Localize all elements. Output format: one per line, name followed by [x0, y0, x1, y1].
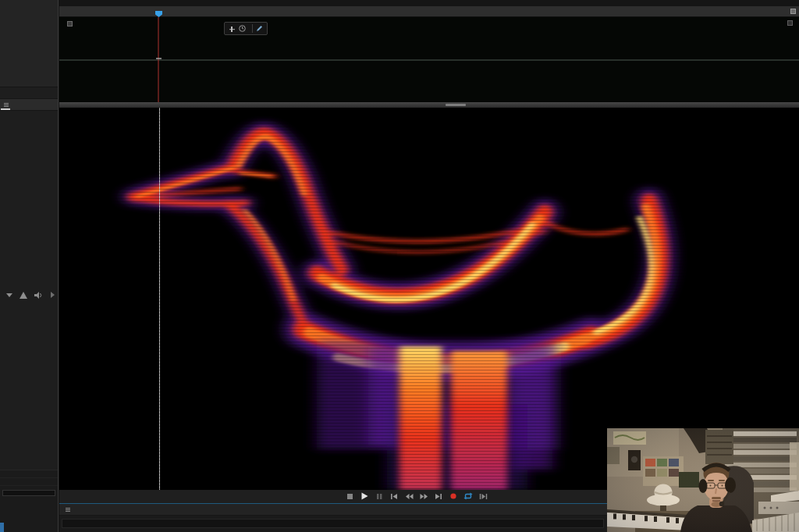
playhead-grab-tick	[156, 58, 162, 59]
audition-app-window	[0, 0, 799, 532]
skip-to-end-button[interactable]	[434, 491, 443, 501]
levels-menu-icon[interactable]	[66, 508, 70, 512]
tab-diagnostics[interactable]	[11, 99, 16, 110]
dock-tab-bar	[0, 98, 58, 111]
clock-icon	[239, 25, 246, 32]
meter-row	[0, 470, 58, 478]
transport-buttons	[345, 491, 488, 501]
skip-to-start-button[interactable]	[389, 491, 399, 501]
loop-button[interactable]	[463, 491, 473, 501]
speaker-icon[interactable]	[34, 292, 43, 299]
spectrogram-playhead	[159, 108, 160, 490]
playhead-handle[interactable]	[155, 11, 162, 17]
meter-row	[0, 478, 58, 486]
dock-meter-panel	[0, 470, 58, 532]
left-dock-panel	[0, 0, 59, 532]
rewind-button[interactable]	[404, 491, 414, 501]
webcam-video	[607, 428, 799, 532]
ruler-menu-icon[interactable]	[790, 9, 796, 14]
waveform-canvas	[59, 17, 799, 102]
editor-top-strip	[59, 0, 799, 6]
fast-forward-button[interactable]	[419, 491, 428, 501]
hud-separator	[252, 24, 253, 33]
levels-triangle-icon[interactable]	[20, 292, 27, 299]
meter-indicator	[0, 523, 4, 532]
wave-panel-icon[interactable]	[67, 21, 73, 27]
chevron-right-icon[interactable]	[50, 292, 55, 298]
panel-split-divider[interactable]	[59, 102, 799, 108]
waveform-panel[interactable]	[59, 17, 799, 102]
wave-panel-menu-icon[interactable]	[787, 20, 793, 26]
divider-grip[interactable]	[446, 104, 466, 106]
panel-menu-icon[interactable]	[4, 103, 9, 107]
play-button[interactable]	[360, 491, 369, 501]
status-duration-panel	[0, 0, 58, 87]
status-duration-header	[0, 0, 58, 2]
timeline-ruler[interactable]	[59, 6, 799, 17]
webcam-overlay	[607, 425, 799, 532]
tab-truncated[interactable]	[0, 99, 11, 110]
levels-meter	[62, 519, 604, 528]
pause-button[interactable]	[375, 491, 384, 501]
stop-button[interactable]	[345, 491, 354, 501]
caret-down-icon[interactable]	[6, 293, 12, 297]
dock-icon-row	[0, 289, 58, 301]
record-button[interactable]	[449, 491, 458, 501]
fader-icon	[229, 25, 236, 32]
pencil-icon[interactable]	[256, 25, 263, 32]
level-meter-strip	[2, 490, 55, 496]
skip-selection-button[interactable]	[478, 491, 488, 501]
volume-hud[interactable]	[224, 22, 268, 35]
meter-db-scale	[0, 486, 58, 488]
